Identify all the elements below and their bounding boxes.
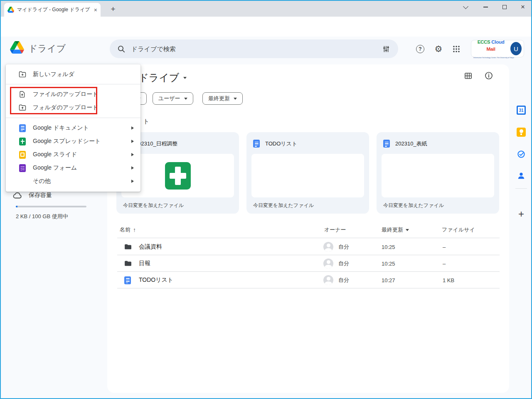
column-size[interactable]: ファイルサイ bbox=[442, 222, 475, 238]
storage-usage-text: 2 KB / 100 GB 使用中 bbox=[16, 213, 68, 220]
docs-icon bbox=[253, 140, 260, 148]
docs-icon bbox=[124, 272, 131, 288]
menu-item-google-sheets[interactable]: Google スプレッドシート bbox=[6, 135, 140, 148]
menu-item-google-forms[interactable]: Google フォーム bbox=[6, 161, 140, 175]
add-addon-icon[interactable]: + bbox=[517, 209, 526, 219]
table-header-row: 名前↑ オーナー 最終更新 ファイルサイ bbox=[117, 222, 500, 238]
docs-icon bbox=[19, 124, 26, 132]
browser-toolbar: ← → ↻ drive.google.com/drive/my-drive ☆ … bbox=[0, 17, 532, 37]
card-title: 202310_日程調整 bbox=[135, 140, 178, 148]
chevron-down-icon bbox=[234, 98, 237, 100]
filter-chip-modified[interactable]: 最終更新 bbox=[202, 92, 243, 105]
owner-avatar bbox=[323, 242, 333, 252]
menu-item-more[interactable]: その他 bbox=[6, 175, 140, 188]
tasks-icon[interactable] bbox=[517, 150, 526, 159]
new-menu: 新しいフォルダ ファイルのアップロード フォルダのアップロード Google ド… bbox=[6, 64, 140, 192]
menu-item-folder-upload[interactable]: フォルダのアップロード bbox=[6, 101, 140, 114]
browser-tab[interactable]: マイドライブ - Google ドライブ × bbox=[4, 3, 101, 17]
card-preview bbox=[251, 154, 364, 197]
contacts-icon[interactable] bbox=[517, 171, 526, 180]
search-options-icon[interactable] bbox=[382, 44, 391, 54]
submenu-arrow-icon bbox=[131, 166, 134, 170]
window-close-button[interactable]: × bbox=[514, 0, 532, 14]
card-caption: 今日変更を加えたファイル bbox=[383, 202, 444, 209]
table-row[interactable]: 会議資料 自分 10:25 – bbox=[117, 239, 500, 255]
menu-item-file-upload[interactable]: ファイルのアップロード bbox=[6, 88, 140, 101]
submenu-arrow-icon bbox=[131, 153, 134, 156]
search-icon bbox=[117, 45, 126, 53]
folder-upload-icon bbox=[18, 103, 27, 112]
calendar-icon[interactable]: 31 bbox=[517, 106, 526, 115]
storage-progress-bar bbox=[16, 206, 86, 207]
suggestion-card[interactable]: TODOリスト 今日変更を加えたファイル bbox=[246, 132, 369, 214]
card-title: 202310_表紙 bbox=[395, 140, 427, 148]
menu-item-new-folder[interactable]: 新しいフォルダ bbox=[6, 64, 140, 84]
rail-divider bbox=[515, 188, 527, 189]
card-caption: 今日変更を加えたファイル bbox=[253, 202, 314, 209]
submenu-arrow-icon bbox=[131, 140, 134, 143]
column-modified[interactable]: 最終更新 bbox=[382, 222, 409, 238]
drive-app-name: ドライブ bbox=[28, 42, 66, 55]
menu-item-google-docs[interactable]: Google ドキュメント bbox=[6, 121, 140, 135]
sheets-icon bbox=[19, 138, 26, 145]
docs-icon bbox=[383, 140, 390, 148]
account-badge-logo: ECCS Cloud Mail Information Technology C… bbox=[473, 38, 508, 60]
window-maximize-button[interactable] bbox=[495, 0, 514, 14]
storage-label[interactable]: 保存容量 bbox=[29, 192, 52, 199]
account-avatar[interactable]: U bbox=[510, 42, 522, 55]
card-preview bbox=[382, 154, 494, 197]
search-input[interactable] bbox=[131, 45, 376, 52]
main-content: マイドライブ 種類 ユーザー 最終更新 ト 202310_日程調整 bbox=[107, 64, 509, 393]
drive-logo bbox=[10, 41, 24, 55]
sort-descending-icon bbox=[406, 229, 409, 231]
chevron-down-icon bbox=[184, 98, 187, 100]
owner-avatar bbox=[323, 259, 333, 268]
owner-avatar bbox=[323, 275, 333, 285]
card-caption: 今日変更を加えたファイル bbox=[123, 202, 184, 209]
settings-gear-icon[interactable]: ⚙ bbox=[433, 44, 443, 54]
slides-icon bbox=[19, 151, 26, 159]
folder-icon bbox=[124, 239, 132, 255]
keep-icon[interactable] bbox=[517, 128, 526, 137]
filter-chip-user[interactable]: ユーザー bbox=[153, 92, 193, 105]
drive-favicon bbox=[7, 7, 14, 13]
sheets-logo-tile bbox=[165, 162, 191, 190]
folder-icon bbox=[124, 255, 132, 272]
file-upload-icon bbox=[18, 90, 27, 99]
submenu-arrow-icon bbox=[131, 180, 134, 183]
browser-tab-bar: マイドライブ - Google ドライブ × + × bbox=[0, 0, 532, 17]
side-panel-rail: 31 + bbox=[510, 73, 532, 399]
account-badge[interactable]: ECCS Cloud Mail Information Technology C… bbox=[471, 40, 524, 57]
forms-icon bbox=[19, 164, 26, 172]
new-folder-icon bbox=[18, 70, 27, 79]
info-icon[interactable] bbox=[484, 71, 494, 81]
card-title: TODOリスト bbox=[265, 140, 297, 148]
tab-search-icon[interactable] bbox=[456, 0, 475, 14]
suggestions-heading: ト bbox=[143, 118, 149, 126]
new-tab-button[interactable]: + bbox=[107, 3, 119, 15]
suggestion-card[interactable]: 202310_表紙 今日変更を加えたファイル bbox=[377, 132, 499, 214]
tab-title: マイドライブ - Google ドライブ bbox=[17, 6, 91, 13]
column-name[interactable]: 名前↑ bbox=[120, 222, 136, 238]
table-row[interactable]: 日報 自分 10:25 – bbox=[117, 255, 500, 272]
sort-ascending-icon: ↑ bbox=[133, 227, 136, 233]
search-bar[interactable] bbox=[110, 39, 398, 58]
submenu-arrow-icon bbox=[131, 126, 134, 130]
window-minimize-button[interactable] bbox=[476, 0, 495, 14]
table-row[interactable]: TODOリスト 自分 10:27 1 KB bbox=[117, 272, 500, 288]
menu-item-google-slides[interactable]: Google スライド bbox=[6, 148, 140, 161]
apps-grid-icon[interactable] bbox=[451, 44, 461, 54]
tab-close-icon[interactable]: × bbox=[94, 7, 97, 13]
grid-view-icon[interactable] bbox=[463, 71, 473, 81]
cloud-icon bbox=[12, 190, 22, 200]
help-icon[interactable]: ? bbox=[415, 44, 425, 54]
title-caret-icon bbox=[183, 77, 187, 79]
column-owner[interactable]: オーナー bbox=[324, 222, 346, 238]
